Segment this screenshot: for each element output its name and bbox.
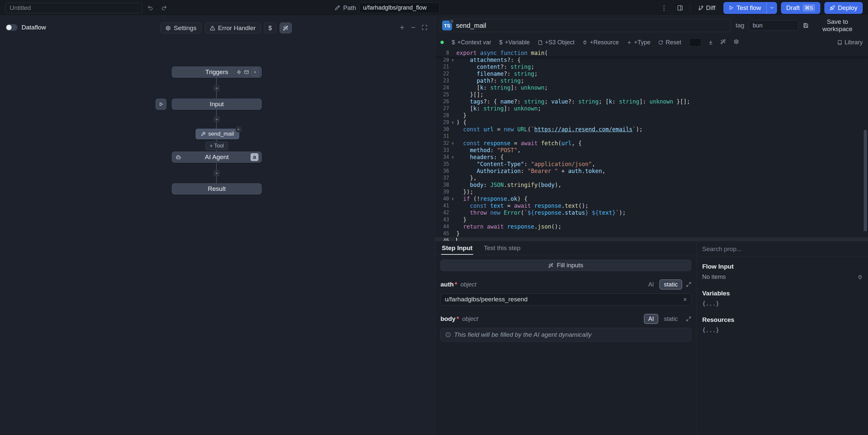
- auth-static-toggle[interactable]: static: [659, 280, 682, 289]
- code-line[interactable]: 23 path?: string;: [435, 77, 868, 84]
- lang-settings-icon[interactable]: [450, 19, 454, 24]
- run-from-input-button[interactable]: [156, 99, 166, 110]
- code-line[interactable]: 30 const url = new URL(`https://api.rese…: [435, 126, 868, 133]
- node-ai-agent[interactable]: AI Agent a: [172, 152, 262, 163]
- flow-canvas[interactable]: Dataflow Settings Error Handler $ Trigge…: [0, 16, 435, 435]
- code-line[interactable]: 24 [k: string]: unknown;: [435, 84, 868, 91]
- variables-section: Variables {...}: [702, 290, 863, 307]
- tab-test-this-step[interactable]: Test this step: [483, 241, 521, 255]
- code-line[interactable]: 43 }: [435, 216, 868, 223]
- code-line[interactable]: 41 const text = await response.text();: [435, 203, 868, 209]
- test-flow-button[interactable]: Test flow: [723, 2, 767, 14]
- tab-step-input[interactable]: Step Input: [441, 241, 473, 255]
- diff-mode-button[interactable]: ±: [709, 39, 712, 46]
- add-step-button[interactable]: [214, 117, 219, 122]
- add-resource-button[interactable]: +Resource: [582, 39, 619, 46]
- code-line[interactable]: 34∨ headers: {: [435, 154, 868, 161]
- node-triggers[interactable]: Triggers: [172, 66, 262, 78]
- auth-ai-toggle[interactable]: AI: [644, 280, 658, 289]
- search-prop-input[interactable]: [702, 245, 863, 253]
- fold-chevron-icon[interactable]: ∨: [449, 195, 456, 203]
- body-ai-toggle[interactable]: AI: [644, 314, 658, 324]
- code-line[interactable]: 31: [435, 133, 868, 140]
- code-line[interactable]: 22 filename?: string;: [435, 70, 868, 77]
- node-input[interactable]: Input: [172, 99, 262, 110]
- tag-input[interactable]: [749, 20, 799, 31]
- code-line[interactable]: 36 Authorization: "Bearer " + auth.token…: [435, 168, 868, 175]
- redo-button[interactable]: [158, 2, 170, 13]
- code-line[interactable]: 46: [435, 237, 868, 241]
- zoom-out-button[interactable]: [410, 25, 416, 30]
- body-static-toggle[interactable]: static: [659, 314, 682, 324]
- ai-assistant-button[interactable]: [720, 39, 726, 46]
- editor-scrollbar[interactable]: [864, 130, 867, 231]
- code-line[interactable]: 26 tags?: { name?: string; value?: strin…: [435, 98, 868, 105]
- add-s3-object-button[interactable]: +S3 Object: [538, 39, 575, 46]
- toggle-panel-button[interactable]: [674, 2, 686, 13]
- code-line[interactable]: 40∨ if (!response.ok) {: [435, 195, 868, 203]
- flow-settings-button[interactable]: Settings: [160, 23, 202, 33]
- code-line[interactable]: 28 }: [435, 112, 868, 119]
- error-handler-button[interactable]: Error Handler: [205, 23, 261, 33]
- auth-expand-button[interactable]: [686, 282, 691, 287]
- add-type-button[interactable]: +Type: [627, 39, 651, 46]
- path-input[interactable]: [360, 3, 440, 13]
- draft-button[interactable]: Draft⌘S: [781, 2, 820, 14]
- editor-settings-button[interactable]: [734, 39, 739, 46]
- input-label: Input: [210, 100, 224, 108]
- auth-resource-input[interactable]: [445, 296, 683, 303]
- add-context-var-button[interactable]: $+Context var: [452, 39, 491, 46]
- step-title-box[interactable]: TS send_mail: [440, 19, 731, 32]
- code-line[interactable]: 45}: [435, 230, 868, 237]
- fill-inputs-button[interactable]: Fill inputs: [440, 260, 691, 271]
- body-field-controls: AI static: [644, 314, 691, 324]
- code-editor[interactable]: 8export async function main( 20∨ attachm…: [435, 50, 868, 241]
- add-step-button[interactable]: [214, 170, 219, 176]
- diff-button[interactable]: Diff: [694, 2, 719, 13]
- code-line[interactable]: 38 body: JSON.stringify(body),: [435, 182, 868, 189]
- code-line[interactable]: 20∨ attachments?: {: [435, 57, 868, 63]
- dataflow-toggle[interactable]: [6, 24, 18, 31]
- library-button[interactable]: Library: [837, 39, 863, 46]
- body-expand-button[interactable]: [686, 316, 691, 321]
- code-line[interactable]: 42 throw new Error(`${response.status} $…: [435, 209, 868, 216]
- deploy-button[interactable]: Deploy: [824, 2, 863, 14]
- ai-builder-button[interactable]: [280, 23, 292, 33]
- plug-icon[interactable]: [858, 275, 863, 280]
- code-line[interactable]: 25 }[];: [435, 91, 868, 98]
- add-trigger-button[interactable]: [252, 69, 258, 75]
- code-line[interactable]: 29∨) {: [435, 119, 868, 126]
- variables-object[interactable]: {...}: [702, 300, 863, 307]
- remove-tool-button[interactable]: ×: [235, 126, 242, 133]
- code-line[interactable]: 21 content?: string;: [435, 63, 868, 70]
- more-menu-button[interactable]: ⋮: [658, 2, 670, 13]
- code-line[interactable]: 27 [k: string]: unknown;: [435, 105, 868, 112]
- close-icon: ×: [237, 127, 240, 132]
- code-line[interactable]: 8export async function main(: [435, 50, 868, 57]
- save-to-workspace-button[interactable]: Save to workspace: [803, 18, 863, 33]
- add-tool-button[interactable]: + Tool: [206, 142, 228, 150]
- code-line[interactable]: 35 "Content-Type": "application/json",: [435, 161, 868, 168]
- fold-chevron-icon[interactable]: ∨: [449, 119, 456, 126]
- resources-object[interactable]: {...}: [702, 327, 863, 334]
- code-line[interactable]: 33 method: "POST",: [435, 147, 868, 154]
- code-line[interactable]: 44 return await response.json();: [435, 223, 868, 230]
- fit-view-button[interactable]: [422, 25, 428, 30]
- test-flow-dropdown-button[interactable]: [767, 2, 777, 14]
- clear-auth-button[interactable]: ×: [683, 296, 687, 303]
- add-variable-button[interactable]: $+Variable: [499, 39, 530, 46]
- reset-button[interactable]: Reset: [658, 39, 681, 46]
- fold-chevron-icon[interactable]: ∨: [449, 154, 456, 161]
- node-send-mail[interactable]: send_mail ×: [195, 129, 239, 139]
- fold-chevron-icon[interactable]: ∨: [449, 57, 456, 63]
- code-line[interactable]: 37 },: [435, 175, 868, 182]
- code-line[interactable]: 32∨ const response = await fetch(url, {: [435, 140, 868, 147]
- workspace-variables-button[interactable]: $: [264, 23, 276, 33]
- undo-button[interactable]: [144, 2, 156, 13]
- add-step-button[interactable]: [214, 85, 219, 91]
- zoom-in-button[interactable]: [399, 25, 405, 30]
- node-result[interactable]: Result: [172, 183, 262, 194]
- flow-title-input[interactable]: [5, 3, 142, 13]
- fold-chevron-icon[interactable]: ∨: [449, 140, 456, 147]
- code-line[interactable]: 39 });: [435, 189, 868, 195]
